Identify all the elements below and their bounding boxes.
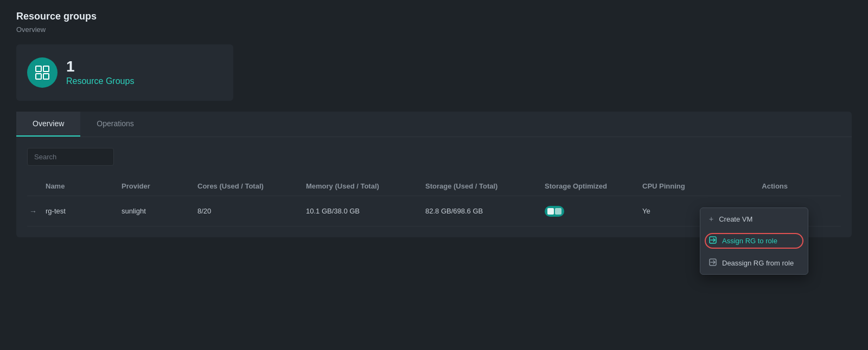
row-provider: sunlight [119,207,195,215]
page-container: Resource groups Overview 1 Resource Grou… [0,0,868,248]
create-vm-icon: + [709,215,713,223]
page-title: Resource groups [16,11,852,22]
search-wrapper [27,148,841,166]
row-name: rg-test [43,207,119,215]
col-header-storage: Storage (Used / Total) [423,182,542,190]
search-input[interactable] [27,148,114,166]
breadcrumb: Overview [16,25,852,34]
svg-rect-5 [555,208,561,215]
col-header-name: Name [43,182,119,190]
tab-overview[interactable]: Overview [16,112,80,137]
row-memory: 10.1 GB/38.0 GB [304,207,423,215]
storage-optimized-icon [545,206,564,217]
tab-operations[interactable]: Operations [80,112,150,137]
svg-rect-4 [547,208,554,215]
svg-rect-0 [36,66,41,72]
col-header-cores: Cores (Used / Total) [195,182,304,190]
row-storage-optimized [542,206,640,217]
col-header-actions: Actions [727,182,792,190]
resource-info: 1 Resource Groups [66,59,134,86]
dropdown-item-create-vm[interactable]: + Create VM [700,208,808,230]
dropdown-item-deassign-rg[interactable]: Deassign RG from role [700,252,808,274]
col-header-cpu-pinning: CPU Pinning [640,182,727,190]
content-area: Name Provider Cores (Used / Total) Memor… [16,137,852,237]
dropdown-item-assign-rg[interactable]: Assign RG to role [700,230,808,252]
row-expand-arrow[interactable]: → [27,207,43,216]
resource-header-card: 1 Resource Groups [16,44,233,101]
table-header: Name Provider Cores (Used / Total) Memor… [27,177,841,196]
svg-rect-2 [36,74,41,79]
actions-dropdown: + Create VM Assign RG to role [700,208,808,275]
assign-rg-icon [709,236,717,245]
row-cores: 8/20 [195,207,304,215]
col-header-storage-optimized: Storage Optimized [542,182,640,190]
tabs-container: Overview Operations [16,112,852,137]
col-header-provider: Provider [119,182,195,190]
resource-groups-icon [27,57,58,88]
resource-count: 1 [66,59,134,74]
svg-rect-1 [43,66,49,72]
row-storage: 82.8 GB/698.6 GB [423,207,542,215]
deassign-rg-icon [709,258,717,268]
col-header-memory: Memory (Used / Total) [304,182,423,190]
resource-groups-svg [34,64,51,81]
resource-label: Resource Groups [66,76,134,86]
svg-rect-3 [43,74,49,79]
col-header-arrow [27,182,43,190]
